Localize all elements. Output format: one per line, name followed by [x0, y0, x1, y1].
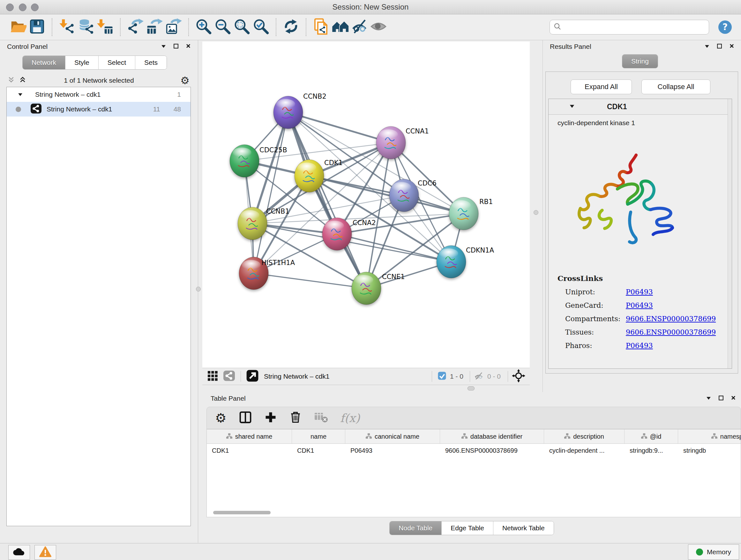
- tab-node-table[interactable]: Node Table: [390, 521, 442, 535]
- import-network-button[interactable]: [57, 17, 77, 37]
- crosslink-link[interactable]: 9606.ENSP00000378699: [626, 315, 716, 323]
- close-results-icon[interactable]: [729, 44, 734, 50]
- network-edge[interactable]: [288, 112, 366, 288]
- collapse-panel-icon[interactable]: [161, 44, 166, 50]
- network-node-CDKN1A[interactable]: [436, 246, 466, 278]
- search-input[interactable]: [564, 23, 705, 31]
- network-node-RB1[interactable]: [449, 197, 478, 230]
- tab-style[interactable]: Style: [65, 56, 98, 69]
- show-graphics-button[interactable]: [369, 17, 388, 37]
- delete-column-trash-icon[interactable]: [289, 411, 302, 425]
- table-horizontal-scrollbar[interactable]: [213, 511, 271, 514]
- selected-checkbox-icon[interactable]: [437, 371, 447, 382]
- table-settings-gear-icon[interactable]: ⚙: [215, 411, 226, 425]
- crosslink-link[interactable]: P06493: [626, 301, 653, 309]
- tab-network-table[interactable]: Network Table: [493, 521, 554, 535]
- table-cell[interactable]: 9606.ENSP00000378699: [440, 444, 544, 457]
- delete-table-icon[interactable]: [314, 412, 328, 424]
- column-header-@id[interactable]: @id: [624, 429, 678, 443]
- grid-view-icon[interactable]: [207, 370, 218, 383]
- crosslink-link[interactable]: P06493: [626, 288, 653, 296]
- collapse-all-button[interactable]: Collapse All: [642, 79, 711, 94]
- open-folder-button[interactable]: [8, 17, 27, 37]
- export-table-button[interactable]: [145, 17, 164, 37]
- network-canvas[interactable]: CCNB2CCNA1CDC25BCDK1CDC6RB1CCNB1CCNA2CDK…: [202, 42, 530, 368]
- left-splitter-handle[interactable]: [196, 287, 201, 292]
- column-header-canonical-name[interactable]: canonical name: [345, 429, 440, 443]
- network-edge[interactable]: [254, 273, 366, 288]
- hide-graphics-button[interactable]: [350, 17, 369, 37]
- protein-collapse-icon[interactable]: [569, 104, 575, 110]
- table-cell[interactable]: CDK1: [207, 444, 292, 457]
- column-header-namespace[interactable]: namespace: [678, 429, 741, 443]
- expand-all-button[interactable]: Expand All: [570, 79, 632, 94]
- close-panel-icon[interactable]: [186, 44, 191, 50]
- tab-network[interactable]: Network: [23, 56, 65, 69]
- network-node-CCNE1[interactable]: [352, 272, 381, 305]
- collection-expand-icon[interactable]: [17, 91, 23, 98]
- network-row[interactable]: String Network – cdk1 11 48: [7, 102, 191, 117]
- refresh-layout-button[interactable]: [281, 17, 300, 37]
- zoom-fit-button[interactable]: [232, 17, 252, 37]
- network-edge[interactable]: [309, 176, 464, 213]
- show-columns-icon[interactable]: [239, 411, 252, 425]
- column-header-description[interactable]: description: [544, 429, 624, 443]
- network-node-CDK1[interactable]: [294, 160, 324, 192]
- table-cell[interactable]: stringdb: [678, 444, 741, 457]
- network-view-share-icon[interactable]: [223, 370, 235, 383]
- bottom-splitter-handle[interactable]: [468, 386, 475, 390]
- duplicate-network-button[interactable]: [312, 17, 331, 37]
- right-splitter-handle[interactable]: [534, 210, 538, 215]
- table-cell[interactable]: P06493: [345, 444, 440, 457]
- table-cell[interactable]: cyclin-dependent ...: [544, 444, 624, 457]
- close-table-icon[interactable]: [731, 395, 736, 401]
- help-button[interactable]: ?: [718, 19, 733, 35]
- table-cell[interactable]: CDK1: [292, 444, 345, 457]
- float-results-icon[interactable]: [717, 44, 722, 50]
- string-sites-button[interactable]: [331, 17, 350, 37]
- collapse-results-icon[interactable]: [704, 44, 710, 50]
- save-session-button[interactable]: [27, 17, 47, 37]
- column-header-name[interactable]: name: [292, 429, 345, 443]
- float-table-icon[interactable]: [718, 395, 724, 402]
- column-header-database-identifier[interactable]: database identifier: [440, 429, 544, 443]
- tab-select[interactable]: Select: [98, 56, 135, 69]
- crosslink-link[interactable]: 9606.ENSP00000378699: [626, 328, 716, 336]
- table-row[interactable]: CDK1CDK1P064939606.ENSP00000378699cyclin…: [207, 444, 741, 457]
- function-builder-icon[interactable]: f(x): [340, 412, 360, 425]
- network-node-CCNB2[interactable]: [273, 96, 303, 129]
- zoom-selected-button[interactable]: [252, 17, 271, 37]
- network-edge[interactable]: [288, 112, 391, 143]
- network-node-CDC25B[interactable]: [230, 145, 259, 177]
- results-scrollbar[interactable]: [728, 99, 732, 368]
- export-image-button[interactable]: [164, 17, 183, 37]
- table-cell[interactable]: stringdb:9...: [624, 444, 678, 457]
- network-node-CCNB1[interactable]: [238, 207, 267, 240]
- zoom-in-button[interactable]: [194, 17, 213, 37]
- float-panel-icon[interactable]: [173, 44, 179, 50]
- import-table-button[interactable]: [96, 17, 115, 37]
- zoom-out-button[interactable]: [213, 17, 232, 37]
- memory-button[interactable]: Memory: [688, 544, 739, 560]
- network-node-CCNA1[interactable]: [376, 126, 406, 159]
- import-database-button[interactable]: [77, 17, 96, 37]
- warnings-button[interactable]: [35, 545, 56, 560]
- fit-selected-crosshair-icon[interactable]: [512, 369, 525, 384]
- column-header-shared-name[interactable]: shared name: [207, 429, 292, 443]
- tab-edge-table[interactable]: Edge Table: [442, 521, 493, 535]
- cloud-status-button[interactable]: [8, 545, 30, 560]
- network-options-gear-icon[interactable]: ⚙: [180, 74, 190, 86]
- add-column-icon[interactable]: [264, 411, 277, 425]
- node-table[interactable]: shared namenamecanonical namedatabase id…: [206, 429, 741, 517]
- crosslink-link[interactable]: P06493: [626, 341, 653, 350]
- network-collection-row[interactable]: String Network – cdk1 1: [7, 87, 191, 102]
- birds-eye-view-icon[interactable]: [246, 369, 259, 383]
- network-edge[interactable]: [254, 112, 288, 273]
- collapse-table-icon[interactable]: [706, 395, 711, 401]
- tab-string[interactable]: String: [622, 55, 658, 68]
- tab-sets[interactable]: Sets: [135, 56, 166, 69]
- export-network-button[interactable]: [126, 17, 145, 37]
- network-node-CDC6[interactable]: [389, 179, 419, 212]
- network-node-CCNA2[interactable]: [322, 218, 352, 250]
- hidden-eye-slash-icon[interactable]: [473, 371, 484, 382]
